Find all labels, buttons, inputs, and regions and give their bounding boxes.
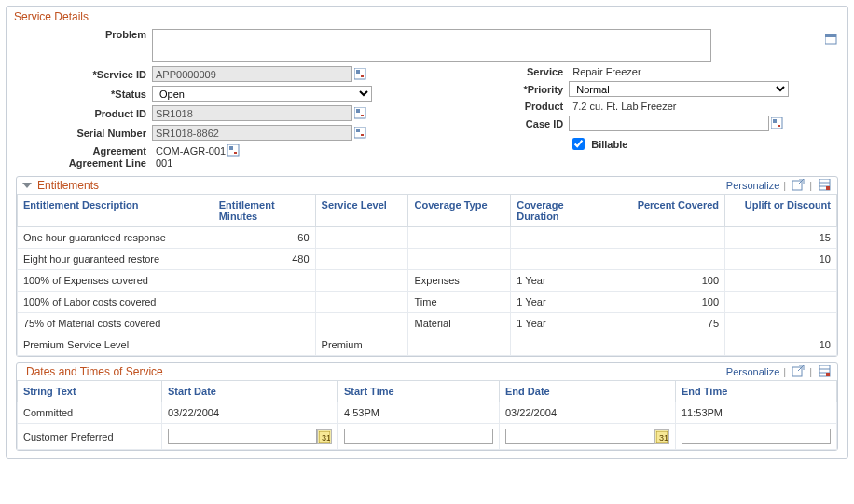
popout-icon[interactable] bbox=[792, 179, 806, 192]
entitlements-section: Entitlements Personalize | | Entitlement… bbox=[16, 176, 838, 357]
cell-text: Customer Preferred bbox=[18, 424, 162, 450]
cell-level bbox=[315, 249, 408, 270]
entitlements-table: Entitlement Description Entitlement Minu… bbox=[17, 194, 837, 356]
lookup-icon[interactable] bbox=[354, 68, 367, 81]
table-row: 100% of Expenses coveredExpenses1 Year10… bbox=[18, 270, 837, 292]
popout-icon[interactable] bbox=[792, 365, 806, 378]
grid-icon[interactable] bbox=[819, 365, 832, 378]
cell-minutes: 60 bbox=[213, 227, 315, 249]
billable-label: Billable bbox=[591, 139, 627, 150]
cell bbox=[676, 424, 837, 450]
cell-coverage: Expenses bbox=[408, 270, 511, 292]
calendar-icon[interactable] bbox=[654, 429, 669, 444]
grid-icon[interactable] bbox=[819, 179, 832, 192]
service-label: Service bbox=[410, 66, 569, 77]
dates-table: String Text Start Date Start Time End Da… bbox=[17, 380, 837, 450]
problem-input[interactable] bbox=[152, 29, 711, 62]
cell-percent bbox=[613, 249, 725, 270]
table-row: Customer Preferred bbox=[18, 424, 837, 450]
lookup-icon[interactable] bbox=[227, 144, 241, 157]
priority-label: *Priority bbox=[410, 84, 569, 95]
cell-level: Premium bbox=[315, 334, 408, 356]
col-st[interactable]: Start Time bbox=[338, 381, 500, 402]
col-minutes[interactable]: Entitlement Minutes bbox=[213, 195, 315, 227]
personalize-link[interactable]: Personalize bbox=[726, 180, 779, 191]
date-input[interactable] bbox=[505, 429, 654, 444]
col-percent[interactable]: Percent Covered bbox=[613, 195, 725, 227]
table-row: Committed03/22/20044:53PM03/22/200411:53… bbox=[18, 402, 837, 424]
panel-title: Service Details bbox=[7, 7, 847, 25]
service-id-input[interactable] bbox=[152, 66, 352, 82]
cell-duration: 1 Year bbox=[511, 292, 613, 313]
agreement-line-value: 001 bbox=[152, 157, 172, 169]
cell-desc: Eight hour guaranteed restore bbox=[18, 249, 214, 270]
service-details-panel: Service Details Problem *Service ID *Sta… bbox=[6, 6, 848, 459]
status-select[interactable]: Open bbox=[152, 86, 372, 102]
cell-coverage: Material bbox=[408, 313, 511, 334]
cell-sd: 03/22/2004 bbox=[162, 402, 338, 424]
table-row: Premium Service LevelPremium10 bbox=[18, 334, 837, 356]
table-row: Eight hour guaranteed restore48010 bbox=[18, 249, 837, 270]
cell-coverage bbox=[408, 334, 511, 356]
cell-text: Committed bbox=[18, 402, 162, 424]
col-desc[interactable]: Entitlement Description bbox=[18, 195, 214, 227]
cell-minutes bbox=[213, 334, 315, 356]
collapse-icon[interactable] bbox=[22, 183, 32, 188]
case-id-input[interactable] bbox=[569, 116, 769, 131]
date-input[interactable] bbox=[168, 429, 317, 444]
product-value: 7.2 cu. Ft. Lab Freezer bbox=[569, 101, 676, 112]
personalize-link[interactable]: Personalize bbox=[726, 366, 779, 377]
product-id-label: Product ID bbox=[12, 108, 152, 119]
cell-percent: 100 bbox=[613, 292, 725, 313]
product-id-input[interactable] bbox=[152, 105, 352, 121]
cell-desc: One hour guaranteed response bbox=[18, 227, 214, 249]
cell bbox=[162, 424, 338, 450]
lookup-icon[interactable] bbox=[354, 127, 367, 140]
lookup-icon[interactable] bbox=[771, 117, 784, 130]
modal-icon[interactable] bbox=[825, 34, 838, 48]
col-uplift[interactable]: Uplift or Discount bbox=[725, 195, 837, 227]
cell-duration bbox=[511, 227, 613, 249]
date-input[interactable] bbox=[682, 429, 831, 444]
priority-select[interactable]: Normal bbox=[569, 81, 789, 97]
cell-ed: 03/22/2004 bbox=[500, 402, 676, 424]
date-input[interactable] bbox=[344, 429, 493, 444]
cell-level bbox=[315, 270, 408, 292]
service-id-label: *Service ID bbox=[12, 69, 152, 80]
col-sd[interactable]: Start Date bbox=[162, 381, 338, 402]
col-text[interactable]: String Text bbox=[18, 381, 162, 402]
cell-desc: Premium Service Level bbox=[18, 334, 214, 356]
problem-label: Problem bbox=[12, 29, 152, 40]
cell bbox=[500, 424, 676, 450]
service-value: Repair Freezer bbox=[569, 66, 640, 77]
col-ed[interactable]: End Date bbox=[500, 381, 676, 402]
col-level[interactable]: Service Level bbox=[315, 195, 408, 227]
col-coverage[interactable]: Coverage Type bbox=[408, 195, 511, 227]
cell-percent: 100 bbox=[613, 270, 725, 292]
cell-uplift: 10 bbox=[725, 334, 837, 356]
cell-st: 4:53PM bbox=[338, 402, 500, 424]
serial-label: Serial Number bbox=[12, 128, 152, 139]
cell-uplift: 10 bbox=[725, 249, 837, 270]
cell-level bbox=[315, 313, 408, 334]
case-id-label: Case ID bbox=[410, 118, 569, 129]
agreement-label: Agreement bbox=[12, 145, 152, 157]
cell-duration bbox=[511, 334, 613, 356]
billable-checkbox[interactable] bbox=[572, 138, 585, 150]
cell bbox=[338, 424, 500, 450]
cell-coverage bbox=[408, 249, 511, 270]
cell-desc: 100% of Expenses covered bbox=[18, 270, 214, 292]
cell-coverage: Time bbox=[408, 292, 511, 313]
agreement-line-label: Agreement Line bbox=[12, 157, 152, 169]
dates-title: Dates and Times of Service bbox=[26, 365, 163, 378]
lookup-icon[interactable] bbox=[354, 107, 367, 120]
col-duration[interactable]: Coverage Duration bbox=[511, 195, 613, 227]
cell-minutes bbox=[213, 270, 315, 292]
serial-input[interactable] bbox=[152, 125, 352, 141]
cell-minutes bbox=[213, 292, 315, 313]
calendar-icon[interactable] bbox=[317, 429, 332, 444]
entitlements-title: Entitlements bbox=[37, 179, 99, 192]
table-row: One hour guaranteed response6015 bbox=[18, 227, 837, 249]
col-et[interactable]: End Time bbox=[676, 381, 837, 402]
dates-section: Dates and Times of Service Personalize |… bbox=[16, 362, 838, 451]
